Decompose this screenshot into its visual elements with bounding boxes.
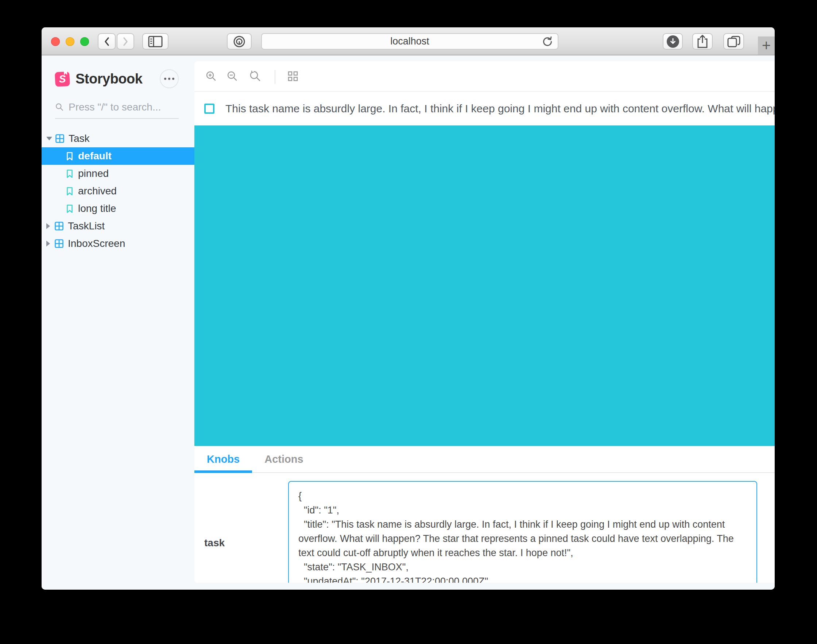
brand-title: Storybook (75, 71, 142, 87)
tab-label: Actions (264, 453, 303, 465)
toolbar-divider (274, 70, 275, 84)
tab-actions[interactable]: Actions (252, 446, 316, 472)
sidebar-item-pinned[interactable]: pinned (41, 165, 195, 182)
sidebar-item-tasklist[interactable]: TaskList (41, 217, 195, 235)
sidebar-toggle-button[interactable] (142, 33, 169, 50)
bookmark-icon (66, 152, 73, 161)
bookmark-icon (66, 204, 73, 213)
knob-label-task: task (204, 537, 225, 549)
knob-task-textarea[interactable]: { "id": "1", "title": "This task name is… (288, 481, 757, 583)
sidebar-item-label: default (78, 150, 112, 162)
component-icon (55, 134, 64, 143)
minimize-window-button[interactable] (66, 37, 74, 46)
sidebar-item-task[interactable]: Task (41, 130, 195, 147)
overflow-menu-button[interactable] (160, 69, 179, 88)
refresh-button[interactable] (542, 36, 553, 50)
sidebar-item-label: TaskList (68, 220, 105, 232)
tabs-overview-button[interactable] (723, 33, 744, 50)
tab-label: Knobs (207, 453, 240, 465)
traffic-lights (51, 37, 89, 46)
back-button[interactable] (98, 33, 116, 50)
refresh-icon (542, 36, 553, 48)
search-bar (55, 101, 179, 119)
sidebar-item-archived[interactable]: archived (41, 182, 195, 200)
onepassword-icon (233, 35, 246, 48)
active-tab-underline (195, 471, 252, 473)
new-tab-button[interactable]: + (758, 37, 775, 55)
search-icon (55, 102, 64, 112)
canvas-toolbar (195, 61, 775, 92)
zoom-reset-icon (249, 71, 262, 82)
ellipsis-icon (163, 77, 175, 80)
bookmark-icon (66, 169, 73, 178)
sidebar-item-label: long title (78, 203, 116, 215)
component-icon (55, 222, 63, 230)
addon-tabbar: Knobs Actions (195, 446, 775, 473)
story-tree: Task default pinned archived long title (41, 130, 195, 252)
expander-right-icon[interactable] (46, 223, 50, 229)
knobs-panel: task { "id": "1", "title": "This task na… (195, 473, 775, 583)
tabs-icon (727, 35, 741, 48)
page-content: S Storybook (41, 55, 775, 590)
url-field[interactable]: localhost (261, 33, 558, 50)
logo-letter: S (59, 73, 66, 85)
plus-icon: + (762, 37, 771, 54)
expander-down-icon[interactable] (46, 137, 52, 140)
forward-button[interactable] (117, 33, 134, 50)
url-text: localhost (390, 36, 429, 47)
story-canvas (195, 126, 775, 446)
sidebar-item-label: archived (78, 185, 117, 197)
zoom-reset-button[interactable] (249, 71, 262, 82)
close-window-button[interactable] (51, 37, 60, 46)
zoom-out-icon (227, 71, 238, 82)
grid-icon (287, 71, 298, 82)
preview-panel: This task name is absurdly large. In fac… (195, 61, 775, 583)
expander-right-icon[interactable] (46, 241, 50, 247)
main-area: This task name is absurdly large. In fac… (195, 55, 775, 590)
storybook-logo: S (55, 71, 70, 86)
sidebar-item-inboxscreen[interactable]: InboxScreen (41, 235, 195, 252)
share-page-button[interactable] (692, 33, 713, 50)
sidebar-item-label: Task (69, 133, 90, 144)
sidebar: S Storybook (41, 55, 195, 590)
titlebar[interactable]: localhost (41, 28, 775, 55)
chevron-right-icon (121, 36, 129, 47)
browser-window: localhost (41, 28, 775, 590)
sidebar-item-label: pinned (78, 168, 109, 179)
bookmark-icon (66, 187, 73, 196)
password-manager-button[interactable] (227, 33, 252, 50)
task-checkbox[interactable] (204, 104, 215, 114)
grid-button[interactable] (287, 71, 298, 82)
component-icon (55, 239, 63, 248)
zoom-in-button[interactable] (205, 71, 217, 82)
zoom-in-icon (205, 71, 217, 82)
zoom-out-button[interactable] (227, 71, 238, 82)
zoom-window-button[interactable] (80, 37, 89, 46)
download-icon (667, 35, 679, 48)
search-input[interactable] (69, 101, 179, 113)
sidebar-icon (148, 36, 162, 48)
task-row: This task name is absurdly large. In fac… (195, 92, 775, 126)
share-icon (696, 34, 709, 49)
tab-knobs[interactable]: Knobs (195, 446, 252, 472)
task-title: This task name is absurdly large. In fac… (225, 103, 775, 115)
chevron-left-icon (103, 36, 111, 47)
sidebar-item-label: InboxScreen (68, 238, 125, 250)
downloads-button[interactable] (663, 33, 683, 50)
sidebar-item-default[interactable]: default (41, 147, 195, 165)
sidebar-item-long-title[interactable]: long title (41, 200, 195, 217)
